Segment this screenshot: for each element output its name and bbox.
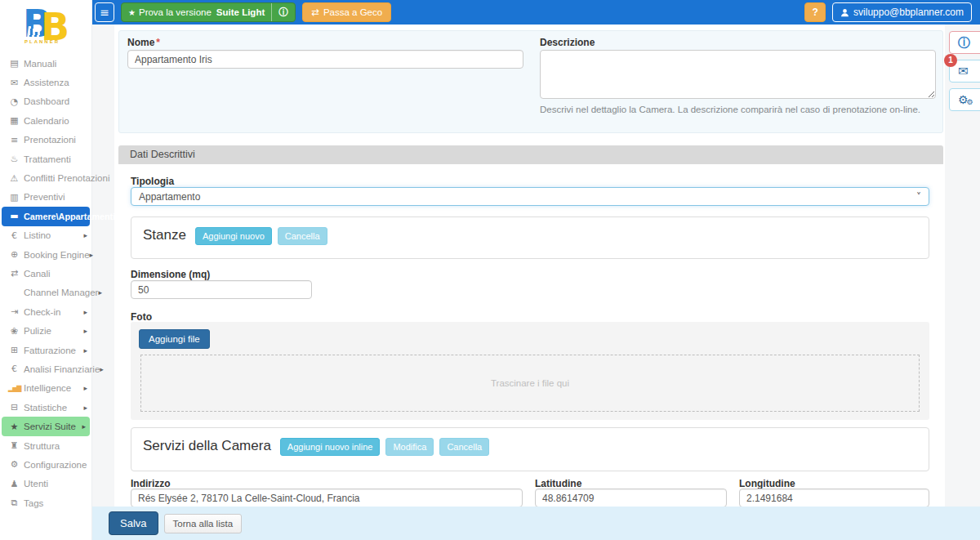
- messages-quick-button[interactable]: 1 ✉: [949, 60, 980, 83]
- info-quick-button[interactable]: ⓘ: [949, 31, 980, 54]
- sidebar-item[interactable]: ▂▅▇ Intelligence ▸: [0, 379, 91, 398]
- longitudine-label: Longitudine: [739, 478, 795, 489]
- sidebar-item[interactable]: ♨ Trattamenti: [0, 150, 91, 168]
- sidebar-item[interactable]: ▦ Calendario: [0, 111, 91, 130]
- indirizzo-input[interactable]: [131, 489, 523, 507]
- sitemap-icon: ⊟: [8, 402, 20, 413]
- info-circle-icon[interactable]: ⓘ: [272, 6, 295, 20]
- chevron-right-icon: ▸: [100, 365, 104, 373]
- latitudine-input[interactable]: [535, 489, 727, 507]
- main-area: Nome* Descrizione Descrivi nel dettaglio…: [92, 25, 980, 540]
- user-email: sviluppo@bbplanner.com: [853, 7, 964, 18]
- sidebar-item[interactable]: ⧉ Tags: [0, 493, 91, 512]
- sidebar-item[interactable]: ⊞ Fatturazione ▸: [0, 341, 91, 359]
- longitudine-input[interactable]: [739, 489, 929, 507]
- sidebar-item[interactable]: ★ Servizi Suite ▸: [2, 417, 90, 435]
- sidebar-item[interactable]: ⚙ Configurazione: [0, 455, 91, 474]
- bbplanner-logo[interactable]: B B PLANNER: [0, 0, 91, 51]
- nome-label: Nome*: [127, 37, 160, 48]
- sidebar-item[interactable]: ▤ Manuali: [0, 54, 91, 73]
- sidebar-item[interactable]: € Listino ▸: [0, 226, 91, 245]
- tags-icon: ⧉: [8, 498, 20, 508]
- chevron-down-icon: ˅: [916, 191, 921, 203]
- promo-suite-light-button[interactable]: ★ Prova la versione Suite Light ⓘ: [121, 2, 296, 22]
- sidebar-item[interactable]: ♟ Utenti: [0, 475, 91, 493]
- exchange-icon: ⇄: [311, 7, 319, 18]
- user-account-button[interactable]: sviluppo@bbplanner.com: [832, 2, 972, 22]
- latitudine-label: Latitudine: [535, 478, 581, 489]
- stanze-box: Stanze Aggiungi nuovo Cancella: [131, 216, 929, 259]
- dimensione-input[interactable]: [131, 280, 312, 299]
- sidebar-item[interactable]: ❀ Pulizie ▸: [0, 321, 91, 340]
- star-icon: ★: [128, 8, 136, 17]
- gear-small-icon: ⚙: [967, 98, 973, 106]
- chevron-right-icon: ▸: [83, 327, 87, 335]
- stanze-add-button[interactable]: Aggiungi nuovo: [195, 227, 272, 245]
- hamburger-menu-button[interactable]: ≡: [95, 2, 114, 22]
- user-icon: [840, 8, 849, 17]
- cleaning-icon: ❀: [8, 326, 20, 337]
- globe-icon: ⊕: [8, 249, 20, 260]
- sidebar-item[interactable]: Channel Manager ▸: [0, 283, 91, 302]
- servizi-delete-button[interactable]: Cancella: [439, 438, 489, 456]
- nome-input[interactable]: [127, 50, 523, 69]
- sidebar-item[interactable]: ⇥ Check-in ▸: [0, 302, 91, 321]
- indirizzo-label: Indirizzo: [131, 478, 171, 489]
- users-icon: ♟: [8, 479, 20, 489]
- sidebar-item[interactable]: € Analisi Finanziarie ▸: [0, 359, 91, 378]
- servizi-camera-box: Servizi della Camera Aggiungi nuovo inli…: [131, 427, 929, 471]
- euro-icon: €: [8, 230, 20, 241]
- footer-actions-bar: Salva Torna alla lista: [92, 507, 980, 540]
- settings-quick-button[interactable]: ⚙ ⚙: [949, 88, 980, 111]
- chevron-right-icon: ▸: [83, 231, 87, 239]
- chevron-right-icon: ▸: [83, 308, 87, 316]
- calendar-icon: ▦: [8, 115, 20, 126]
- chevron-right-icon: ▸: [98, 288, 102, 297]
- sidebar-item[interactable]: ♜ Struttura: [0, 436, 91, 455]
- descrizione-textarea[interactable]: [540, 50, 936, 99]
- sidebar-item[interactable]: ▬ Camere\Appartamenti: [2, 207, 90, 225]
- gear-icon: ⚙: [8, 459, 20, 470]
- logo-caption: PLANNER: [24, 39, 60, 44]
- promo-label: Prova la versione: [139, 7, 212, 17]
- invoice-icon: ⊞: [8, 345, 20, 355]
- sidebar-item[interactable]: ⇄ Canali: [0, 264, 91, 283]
- passa-a-geco-button[interactable]: ⇄ Passa a Geco: [302, 2, 391, 22]
- shuffle-icon: ⇄: [8, 268, 20, 279]
- sidebar-item[interactable]: ≡ Prenotazioni: [0, 131, 91, 150]
- sidebar-item[interactable]: ✉ Assistenza: [0, 73, 91, 91]
- content-panel: Nome* Descrizione Descrivi nel dettaglio…: [114, 25, 945, 540]
- add-file-button[interactable]: Aggiungi file: [139, 329, 210, 349]
- document-icon: ▥: [8, 192, 20, 203]
- stanze-delete-button[interactable]: Cancella: [278, 227, 327, 245]
- back-to-list-button[interactable]: Torna alla lista: [164, 514, 243, 533]
- promo-label-bold: Suite Light: [216, 7, 265, 17]
- tipologia-label: Tipologia: [131, 176, 174, 187]
- chevron-right-icon: ▸: [83, 404, 87, 412]
- unread-count-badge: 1: [944, 54, 957, 67]
- tipologia-select[interactable]: Appartamento ˅: [131, 187, 929, 206]
- sign-in-icon: ⇥: [8, 306, 20, 317]
- servizi-edit-button[interactable]: Modifica: [385, 438, 434, 456]
- envelope-icon: ✉: [8, 78, 20, 88]
- topbar: ≡ ★ Prova la versione Suite Light ⓘ ⇄ Pa…: [92, 0, 980, 25]
- building-icon: ♜: [8, 440, 20, 451]
- sidebar-item[interactable]: ▥ Preventivi: [0, 188, 91, 207]
- descrizione-label: Descrizione: [540, 37, 595, 48]
- logo-chart-bars-icon: [27, 26, 42, 38]
- dati-descrittivi-header: Dati Descrittivi: [118, 145, 943, 164]
- chevron-right-icon: ▸: [83, 346, 87, 355]
- book-icon: ▤: [8, 58, 20, 69]
- file-dropzone[interactable]: Trascinare i file qui: [140, 355, 920, 412]
- sidebar-item[interactable]: ⊟ Statistiche ▸: [0, 398, 91, 417]
- servizi-add-inline-button[interactable]: Aggiungi nuovo inline: [280, 438, 381, 456]
- list-icon: ≡: [8, 135, 20, 145]
- save-button[interactable]: Salva: [109, 511, 158, 535]
- tipologia-value: Appartamento: [139, 191, 200, 203]
- foto-label: Foto: [131, 311, 152, 323]
- sidebar-item[interactable]: ◔ Dashboard: [0, 92, 91, 111]
- help-button[interactable]: ?: [804, 2, 826, 22]
- sidebar-item[interactable]: ⚠ Conflitti Prenotazioni: [0, 168, 91, 187]
- hamburger-icon: ≡: [100, 6, 109, 19]
- sidebar-item[interactable]: ⊕ Booking Engine ▸: [0, 245, 91, 264]
